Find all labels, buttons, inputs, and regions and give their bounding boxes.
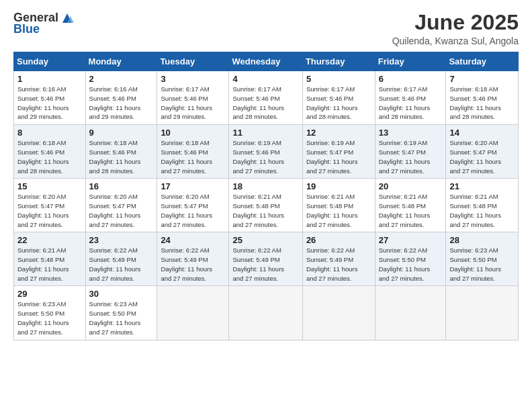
day-number: 9 — [89, 128, 154, 138]
calendar-cell-w4-d5: 26Sunrise: 6:22 AMSunset: 5:49 PMDayligh… — [302, 232, 375, 286]
day-info: Sunrise: 6:22 AMSunset: 5:49 PMDaylight:… — [89, 246, 154, 283]
calendar-cell-w4-d1: 22Sunrise: 6:21 AMSunset: 5:48 PMDayligh… — [14, 232, 86, 286]
day-number: 12 — [306, 128, 371, 138]
day-info: Sunrise: 6:17 AMSunset: 5:46 PMDaylight:… — [161, 85, 225, 122]
day-info: Sunrise: 6:19 AMSunset: 5:47 PMDaylight:… — [379, 138, 443, 175]
day-info: Sunrise: 6:19 AMSunset: 5:46 PMDaylight:… — [232, 138, 298, 175]
day-info: Sunrise: 6:23 AMSunset: 5:50 PMDaylight:… — [449, 246, 515, 283]
calendar-header-row: Sunday Monday Tuesday Wednesday Thursday… — [14, 52, 519, 71]
calendar-cell-w4-d7: 28Sunrise: 6:23 AMSunset: 5:50 PMDayligh… — [446, 232, 519, 286]
day-info: Sunrise: 6:17 AMSunset: 5:46 PMDaylight:… — [306, 85, 371, 122]
day-info: Sunrise: 6:21 AMSunset: 5:48 PMDaylight:… — [379, 192, 443, 229]
calendar-cell-w1-d3: 3Sunrise: 6:17 AMSunset: 5:46 PMDaylight… — [157, 71, 229, 125]
day-info: Sunrise: 6:21 AMSunset: 5:48 PMDaylight:… — [306, 192, 371, 229]
calendar-table: Sunday Monday Tuesday Wednesday Thursday… — [13, 52, 519, 340]
day-number: 17 — [161, 181, 225, 191]
calendar-week-3: 15Sunrise: 6:20 AMSunset: 5:47 PMDayligh… — [14, 179, 519, 232]
day-number: 19 — [306, 181, 371, 191]
day-info: Sunrise: 6:20 AMSunset: 5:47 PMDaylight:… — [17, 192, 82, 229]
day-number: 29 — [17, 289, 82, 299]
calendar-cell-w5-d6 — [375, 286, 446, 340]
calendar-week-2: 8Sunrise: 6:18 AMSunset: 5:46 PMDaylight… — [14, 125, 519, 179]
calendar-cell-w3-d7: 21Sunrise: 6:21 AMSunset: 5:48 PMDayligh… — [446, 179, 519, 232]
day-number: 14 — [449, 128, 515, 138]
day-info: Sunrise: 6:22 AMSunset: 5:49 PMDaylight:… — [232, 246, 298, 283]
calendar-cell-w5-d3 — [157, 286, 229, 340]
logo: General Blue — [13, 11, 75, 36]
col-friday: Friday — [375, 52, 446, 71]
day-number: 15 — [17, 181, 82, 191]
day-number: 23 — [89, 235, 154, 245]
day-info: Sunrise: 6:19 AMSunset: 5:47 PMDaylight:… — [306, 138, 371, 175]
day-info: Sunrise: 6:18 AMSunset: 5:46 PMDaylight:… — [449, 85, 515, 122]
day-info: Sunrise: 6:22 AMSunset: 5:50 PMDaylight:… — [379, 246, 443, 283]
day-number: 7 — [449, 74, 515, 84]
day-number: 5 — [306, 74, 371, 84]
day-info: Sunrise: 6:18 AMSunset: 5:46 PMDaylight:… — [17, 138, 82, 175]
day-number: 11 — [232, 128, 298, 138]
calendar-cell-w4-d4: 25Sunrise: 6:22 AMSunset: 5:49 PMDayligh… — [229, 232, 302, 286]
calendar-cell-w3-d4: 18Sunrise: 6:21 AMSunset: 5:48 PMDayligh… — [229, 179, 302, 232]
calendar-cell-w2-d5: 12Sunrise: 6:19 AMSunset: 5:47 PMDayligh… — [302, 125, 375, 179]
calendar-cell-w1-d4: 4Sunrise: 6:17 AMSunset: 5:46 PMDaylight… — [229, 71, 302, 125]
day-number: 20 — [379, 181, 443, 191]
month-title: June 2025 — [392, 11, 519, 34]
day-number: 24 — [161, 235, 225, 245]
calendar-cell-w5-d4 — [229, 286, 302, 340]
calendar-cell-w2-d4: 11Sunrise: 6:19 AMSunset: 5:46 PMDayligh… — [229, 125, 302, 179]
day-info: Sunrise: 6:17 AMSunset: 5:46 PMDaylight:… — [232, 85, 298, 122]
col-saturday: Saturday — [446, 52, 519, 71]
day-number: 22 — [17, 235, 82, 245]
day-number: 13 — [379, 128, 443, 138]
calendar-cell-w1-d7: 7Sunrise: 6:18 AMSunset: 5:46 PMDaylight… — [446, 71, 519, 125]
calendar-cell-w5-d5 — [302, 286, 375, 340]
calendar-cell-w4-d3: 24Sunrise: 6:22 AMSunset: 5:49 PMDayligh… — [157, 232, 229, 286]
logo-icon — [60, 11, 75, 26]
calendar-cell-w1-d2: 2Sunrise: 6:16 AMSunset: 5:46 PMDaylight… — [85, 71, 157, 125]
calendar-cell-w5-d1: 29Sunrise: 6:23 AMSunset: 5:50 PMDayligh… — [14, 286, 86, 340]
day-number: 25 — [232, 235, 298, 245]
col-monday: Monday — [85, 52, 157, 71]
day-info: Sunrise: 6:18 AMSunset: 5:46 PMDaylight:… — [89, 138, 154, 175]
day-info: Sunrise: 6:18 AMSunset: 5:46 PMDaylight:… — [161, 138, 225, 175]
day-number: 8 — [17, 128, 82, 138]
day-info: Sunrise: 6:22 AMSunset: 5:49 PMDaylight:… — [161, 246, 225, 283]
calendar-cell-w3-d5: 19Sunrise: 6:21 AMSunset: 5:48 PMDayligh… — [302, 179, 375, 232]
calendar-cell-w3-d6: 20Sunrise: 6:21 AMSunset: 5:48 PMDayligh… — [375, 179, 446, 232]
calendar-cell-w2-d2: 9Sunrise: 6:18 AMSunset: 5:46 PMDaylight… — [85, 125, 157, 179]
calendar-cell-w1-d6: 6Sunrise: 6:17 AMSunset: 5:46 PMDaylight… — [375, 71, 446, 125]
day-number: 6 — [379, 74, 443, 84]
day-info: Sunrise: 6:20 AMSunset: 5:47 PMDaylight:… — [449, 138, 515, 175]
calendar-cell-w3-d3: 17Sunrise: 6:20 AMSunset: 5:47 PMDayligh… — [157, 179, 229, 232]
day-number: 16 — [89, 181, 154, 191]
header: General Blue June 2025 Quilenda, Kwanza … — [13, 11, 519, 46]
day-info: Sunrise: 6:23 AMSunset: 5:50 PMDaylight:… — [17, 300, 82, 336]
col-thursday: Thursday — [302, 52, 375, 71]
day-info: Sunrise: 6:23 AMSunset: 5:50 PMDaylight:… — [89, 300, 154, 336]
col-tuesday: Tuesday — [157, 52, 229, 71]
day-number: 3 — [161, 74, 225, 84]
calendar-cell-w1-d1: 1Sunrise: 6:16 AMSunset: 5:46 PMDaylight… — [14, 71, 86, 125]
day-number: 18 — [232, 181, 298, 191]
day-number: 26 — [306, 235, 371, 245]
calendar-cell-w2-d6: 13Sunrise: 6:19 AMSunset: 5:47 PMDayligh… — [375, 125, 446, 179]
day-info: Sunrise: 6:21 AMSunset: 5:48 PMDaylight:… — [17, 246, 82, 283]
day-info: Sunrise: 6:22 AMSunset: 5:49 PMDaylight:… — [306, 246, 371, 283]
location: Quilenda, Kwanza Sul, Angola — [392, 36, 519, 46]
day-info: Sunrise: 6:20 AMSunset: 5:47 PMDaylight:… — [161, 192, 225, 229]
day-number: 28 — [449, 235, 515, 245]
day-number: 27 — [379, 235, 443, 245]
day-number: 4 — [232, 74, 298, 84]
day-info: Sunrise: 6:21 AMSunset: 5:48 PMDaylight:… — [449, 192, 515, 229]
day-info: Sunrise: 6:20 AMSunset: 5:47 PMDaylight:… — [89, 192, 154, 229]
calendar-cell-w2-d7: 14Sunrise: 6:20 AMSunset: 5:47 PMDayligh… — [446, 125, 519, 179]
calendar-week-4: 22Sunrise: 6:21 AMSunset: 5:48 PMDayligh… — [14, 232, 519, 286]
day-number: 21 — [449, 181, 515, 191]
calendar-cell-w4-d6: 27Sunrise: 6:22 AMSunset: 5:50 PMDayligh… — [375, 232, 446, 286]
title-section: June 2025 Quilenda, Kwanza Sul, Angola — [392, 11, 519, 46]
day-info: Sunrise: 6:16 AMSunset: 5:46 PMDaylight:… — [17, 85, 82, 122]
calendar-cell-w3-d2: 16Sunrise: 6:20 AMSunset: 5:47 PMDayligh… — [85, 179, 157, 232]
calendar-cell-w3-d1: 15Sunrise: 6:20 AMSunset: 5:47 PMDayligh… — [14, 179, 86, 232]
day-info: Sunrise: 6:21 AMSunset: 5:48 PMDaylight:… — [232, 192, 298, 229]
day-info: Sunrise: 6:17 AMSunset: 5:46 PMDaylight:… — [379, 85, 443, 122]
